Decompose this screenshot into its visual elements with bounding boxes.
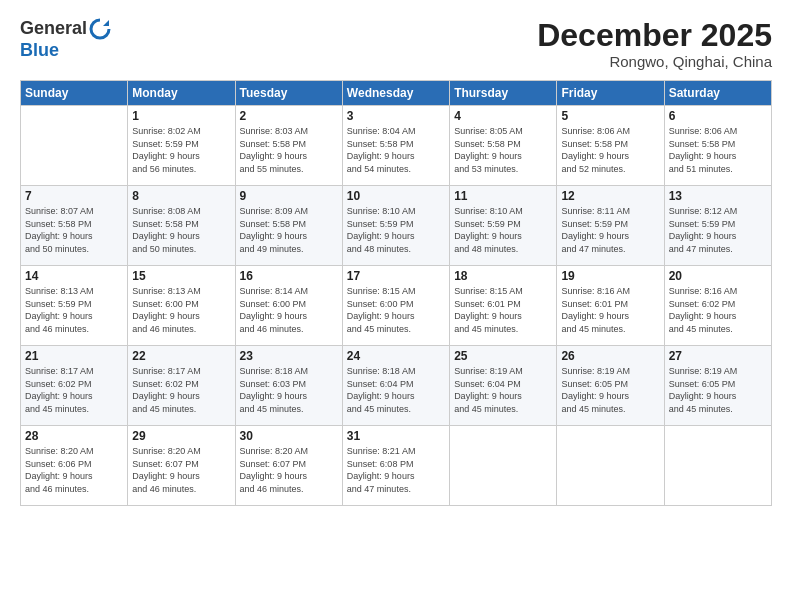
week-row-1: 1Sunrise: 8:02 AM Sunset: 5:59 PM Daylig… [21,106,772,186]
day-info: Sunrise: 8:16 AM Sunset: 6:01 PM Dayligh… [561,285,659,335]
title-block: December 2025 Rongwo, Qinghai, China [537,18,772,70]
weekday-header-monday: Monday [128,81,235,106]
page: General Blue December 2025 Rongwo, Qingh… [0,0,792,612]
month-title: December 2025 [537,18,772,53]
weekday-header-sunday: Sunday [21,81,128,106]
calendar-cell: 9Sunrise: 8:09 AM Sunset: 5:58 PM Daylig… [235,186,342,266]
calendar-cell: 30Sunrise: 8:20 AM Sunset: 6:07 PM Dayli… [235,426,342,506]
day-number: 21 [25,349,123,363]
day-info: Sunrise: 8:05 AM Sunset: 5:58 PM Dayligh… [454,125,552,175]
weekday-header-saturday: Saturday [664,81,771,106]
day-number: 22 [132,349,230,363]
calendar-cell: 7Sunrise: 8:07 AM Sunset: 5:58 PM Daylig… [21,186,128,266]
day-number: 26 [561,349,659,363]
calendar-cell: 24Sunrise: 8:18 AM Sunset: 6:04 PM Dayli… [342,346,449,426]
calendar-cell: 17Sunrise: 8:15 AM Sunset: 6:00 PM Dayli… [342,266,449,346]
day-number: 11 [454,189,552,203]
day-info: Sunrise: 8:19 AM Sunset: 6:05 PM Dayligh… [669,365,767,415]
day-info: Sunrise: 8:06 AM Sunset: 5:58 PM Dayligh… [669,125,767,175]
calendar-cell: 15Sunrise: 8:13 AM Sunset: 6:00 PM Dayli… [128,266,235,346]
day-info: Sunrise: 8:10 AM Sunset: 5:59 PM Dayligh… [347,205,445,255]
weekday-header-row: SundayMondayTuesdayWednesdayThursdayFrid… [21,81,772,106]
location: Rongwo, Qinghai, China [537,53,772,70]
calendar-cell: 1Sunrise: 8:02 AM Sunset: 5:59 PM Daylig… [128,106,235,186]
calendar-cell: 20Sunrise: 8:16 AM Sunset: 6:02 PM Dayli… [664,266,771,346]
weekday-header-friday: Friday [557,81,664,106]
day-number: 20 [669,269,767,283]
day-info: Sunrise: 8:03 AM Sunset: 5:58 PM Dayligh… [240,125,338,175]
calendar-cell: 8Sunrise: 8:08 AM Sunset: 5:58 PM Daylig… [128,186,235,266]
calendar-cell: 14Sunrise: 8:13 AM Sunset: 5:59 PM Dayli… [21,266,128,346]
day-info: Sunrise: 8:02 AM Sunset: 5:59 PM Dayligh… [132,125,230,175]
day-number: 10 [347,189,445,203]
day-number: 17 [347,269,445,283]
header: General Blue December 2025 Rongwo, Qingh… [20,18,772,70]
logo-general: General [20,18,87,40]
day-info: Sunrise: 8:21 AM Sunset: 6:08 PM Dayligh… [347,445,445,495]
day-info: Sunrise: 8:15 AM Sunset: 6:01 PM Dayligh… [454,285,552,335]
week-row-3: 14Sunrise: 8:13 AM Sunset: 5:59 PM Dayli… [21,266,772,346]
day-number: 9 [240,189,338,203]
day-number: 19 [561,269,659,283]
calendar-cell: 21Sunrise: 8:17 AM Sunset: 6:02 PM Dayli… [21,346,128,426]
day-info: Sunrise: 8:13 AM Sunset: 6:00 PM Dayligh… [132,285,230,335]
weekday-header-thursday: Thursday [450,81,557,106]
calendar-cell [21,106,128,186]
calendar-cell [450,426,557,506]
weekday-header-tuesday: Tuesday [235,81,342,106]
day-info: Sunrise: 8:19 AM Sunset: 6:04 PM Dayligh… [454,365,552,415]
calendar-cell: 13Sunrise: 8:12 AM Sunset: 5:59 PM Dayli… [664,186,771,266]
calendar-cell: 19Sunrise: 8:16 AM Sunset: 6:01 PM Dayli… [557,266,664,346]
day-info: Sunrise: 8:15 AM Sunset: 6:00 PM Dayligh… [347,285,445,335]
day-info: Sunrise: 8:20 AM Sunset: 6:06 PM Dayligh… [25,445,123,495]
logo-icon [89,18,111,40]
calendar-cell: 16Sunrise: 8:14 AM Sunset: 6:00 PM Dayli… [235,266,342,346]
day-number: 16 [240,269,338,283]
calendar-cell: 26Sunrise: 8:19 AM Sunset: 6:05 PM Dayli… [557,346,664,426]
day-number: 4 [454,109,552,123]
day-number: 23 [240,349,338,363]
calendar-cell: 22Sunrise: 8:17 AM Sunset: 6:02 PM Dayli… [128,346,235,426]
day-number: 31 [347,429,445,443]
week-row-4: 21Sunrise: 8:17 AM Sunset: 6:02 PM Dayli… [21,346,772,426]
calendar-cell: 31Sunrise: 8:21 AM Sunset: 6:08 PM Dayli… [342,426,449,506]
day-info: Sunrise: 8:07 AM Sunset: 5:58 PM Dayligh… [25,205,123,255]
calendar-cell: 4Sunrise: 8:05 AM Sunset: 5:58 PM Daylig… [450,106,557,186]
day-info: Sunrise: 8:04 AM Sunset: 5:58 PM Dayligh… [347,125,445,175]
day-number: 28 [25,429,123,443]
day-number: 30 [240,429,338,443]
calendar-cell: 25Sunrise: 8:19 AM Sunset: 6:04 PM Dayli… [450,346,557,426]
day-number: 2 [240,109,338,123]
day-info: Sunrise: 8:09 AM Sunset: 5:58 PM Dayligh… [240,205,338,255]
calendar-cell: 10Sunrise: 8:10 AM Sunset: 5:59 PM Dayli… [342,186,449,266]
calendar-table: SundayMondayTuesdayWednesdayThursdayFrid… [20,80,772,506]
day-number: 1 [132,109,230,123]
calendar-cell: 23Sunrise: 8:18 AM Sunset: 6:03 PM Dayli… [235,346,342,426]
day-info: Sunrise: 8:06 AM Sunset: 5:58 PM Dayligh… [561,125,659,175]
calendar-cell: 5Sunrise: 8:06 AM Sunset: 5:58 PM Daylig… [557,106,664,186]
day-info: Sunrise: 8:11 AM Sunset: 5:59 PM Dayligh… [561,205,659,255]
week-row-2: 7Sunrise: 8:07 AM Sunset: 5:58 PM Daylig… [21,186,772,266]
day-number: 7 [25,189,123,203]
day-number: 5 [561,109,659,123]
logo-blue: Blue [20,40,111,62]
day-number: 6 [669,109,767,123]
calendar-cell: 6Sunrise: 8:06 AM Sunset: 5:58 PM Daylig… [664,106,771,186]
day-number: 29 [132,429,230,443]
calendar-cell: 28Sunrise: 8:20 AM Sunset: 6:06 PM Dayli… [21,426,128,506]
day-number: 25 [454,349,552,363]
day-info: Sunrise: 8:18 AM Sunset: 6:04 PM Dayligh… [347,365,445,415]
day-info: Sunrise: 8:17 AM Sunset: 6:02 PM Dayligh… [25,365,123,415]
logo: General Blue [20,18,111,62]
week-row-5: 28Sunrise: 8:20 AM Sunset: 6:06 PM Dayli… [21,426,772,506]
day-number: 13 [669,189,767,203]
day-info: Sunrise: 8:08 AM Sunset: 5:58 PM Dayligh… [132,205,230,255]
calendar-cell: 3Sunrise: 8:04 AM Sunset: 5:58 PM Daylig… [342,106,449,186]
day-info: Sunrise: 8:18 AM Sunset: 6:03 PM Dayligh… [240,365,338,415]
day-info: Sunrise: 8:20 AM Sunset: 6:07 PM Dayligh… [132,445,230,495]
day-number: 3 [347,109,445,123]
day-number: 14 [25,269,123,283]
day-number: 15 [132,269,230,283]
calendar-cell [664,426,771,506]
calendar-cell [557,426,664,506]
